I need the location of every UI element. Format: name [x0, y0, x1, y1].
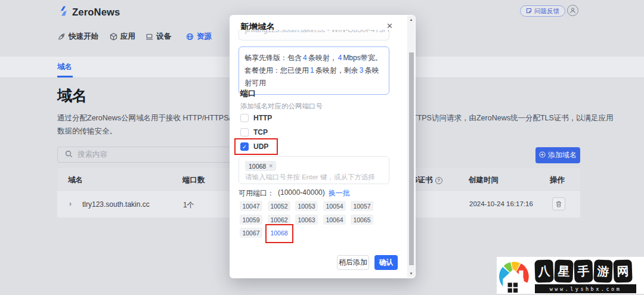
checkbox-label: TCP — [253, 128, 268, 136]
port-chip[interactable]: 10063 — [295, 215, 318, 225]
port-section-label: 端口 — [240, 88, 256, 99]
scroll-up-icon[interactable]: ▲ — [407, 18, 415, 21]
stamp-char: 星 — [554, 259, 573, 282]
app-root: ZeroNews 快速开始 应用 设备 资源 问题反馈 域名 域名 通过分配Ze… — [0, 0, 644, 295]
available-ports-range: (10000-40000) — [278, 188, 325, 198]
port-chip[interactable]: 10047 — [240, 201, 262, 211]
port-chip[interactable]: 10062 — [268, 215, 290, 225]
port-section-helper: 添加域名对应的公网端口号 — [240, 102, 323, 111]
checkbox-box[interactable] — [240, 128, 249, 136]
refresh-ports-link[interactable]: 换一批 — [329, 188, 350, 198]
port-chip[interactable]: 10064 — [323, 215, 346, 225]
site-watermark: 八 星 手 游 网 www.lyshbx.com — [497, 257, 644, 294]
checkbox-tcp[interactable]: TCP — [240, 128, 268, 136]
port-chip[interactable]: 10065 — [351, 215, 373, 225]
stamp-char: 游 — [593, 259, 612, 282]
port-chip[interactable]: 10053 — [295, 201, 318, 211]
port-tag-input[interactable]: 10068 × 请输入端口号并按 Enter 键，或从下方选择 — [239, 156, 389, 184]
remove-tag-icon[interactable]: × — [269, 163, 273, 169]
scroll-down-icon[interactable]: ▼ — [407, 272, 415, 275]
add-domain-modal: 新增域名 ✕ jinliang123.south.takin.cc - WIN-… — [230, 15, 416, 278]
stamp-char: 网 — [613, 259, 632, 282]
checkbox-label: HTTP — [253, 114, 272, 122]
mapping-select-value: jinliang123.south.takin.cc - WIN-G8S0P4T… — [245, 30, 389, 34]
checkbox-box[interactable] — [240, 114, 249, 122]
watermark-url: www.lyshbx.com — [535, 284, 636, 293]
stamp-char: 八 — [534, 259, 553, 282]
port-chip[interactable]: 10059 — [240, 215, 262, 225]
available-ports-label: 可用端口： — [239, 188, 274, 198]
scrollbar-thumb[interactable] — [409, 52, 414, 265]
checkbox-http[interactable]: HTTP — [240, 114, 272, 122]
watermark-site-name: 八 星 手 游 网 — [535, 260, 632, 282]
mapping-select-clipped[interactable]: jinliang123.south.takin.cc - WIN-G8S0P4T… — [239, 30, 389, 41]
plan-line2: 套餐使用：您已使用1条映射，剩余3条映射可用 — [244, 64, 383, 89]
port-input-placeholder: 请输入端口号并按 Enter 键，或从下方选择 — [245, 173, 375, 182]
annotation-box-udp — [234, 138, 278, 155]
plan-line1: 畅享先锋版：包含4条映射，4Mbps带宽。 — [244, 52, 383, 64]
port-tag-value: 10068 — [249, 163, 266, 170]
rainbow-house-logo-icon — [498, 258, 532, 295]
port-chip[interactable]: 10067 — [240, 228, 262, 238]
annotation-box-selected-port — [265, 224, 293, 243]
plan-info-box: 畅享先锋版：包含4条映射，4Mbps带宽。 套餐使用：您已使用1条映射，剩余3条… — [239, 46, 389, 95]
confirm-button[interactable]: 确认 — [374, 255, 398, 270]
add-later-button[interactable]: 稍后添加 — [337, 255, 369, 270]
port-chip[interactable]: 10052 — [268, 201, 290, 211]
port-chip[interactable]: 10057 — [351, 201, 373, 211]
modal-scrollbar[interactable]: ▲ ▼ — [407, 15, 415, 278]
port-chip[interactable]: 10054 — [323, 201, 346, 211]
stamp-char: 手 — [574, 259, 593, 282]
port-tag: 10068 × — [245, 161, 276, 171]
close-icon[interactable]: ✕ — [386, 21, 393, 30]
available-ports-row: 可用端口： (10000-40000) 换一批 — [239, 188, 350, 198]
